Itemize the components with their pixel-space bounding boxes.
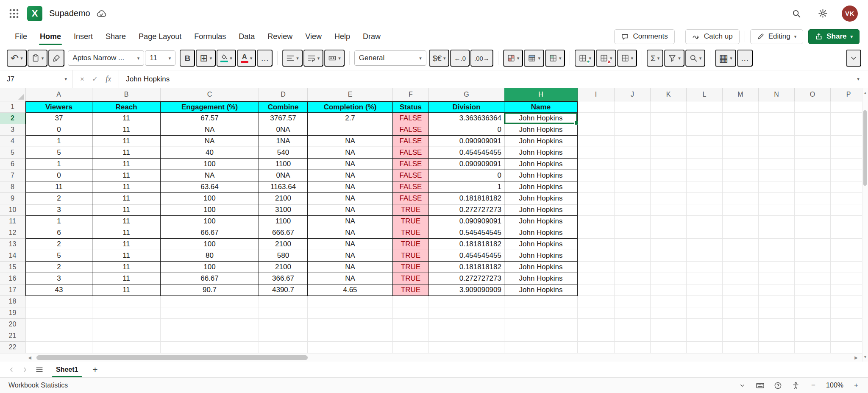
cell-L15[interactable]: [687, 262, 723, 273]
keyboard-icon[interactable]: [752, 379, 768, 392]
cell-N14[interactable]: [759, 250, 795, 262]
cell-D4[interactable]: 1NA: [259, 136, 308, 147]
cell-E17[interactable]: 4.65: [308, 284, 393, 296]
column-header-A[interactable]: A: [25, 88, 92, 101]
cell-G8[interactable]: 1: [429, 181, 504, 193]
cell-G14[interactable]: 0.454545455: [429, 250, 504, 262]
name-box[interactable]: J7 ▾: [0, 70, 72, 88]
cell-N20[interactable]: [759, 319, 795, 330]
row-header-12[interactable]: 12: [0, 227, 25, 239]
cell-B22[interactable]: [92, 342, 161, 353]
cell-M15[interactable]: [723, 262, 759, 273]
cell-F9[interactable]: FALSE: [393, 193, 429, 204]
cell-M6[interactable]: [723, 159, 759, 170]
cell-L6[interactable]: [687, 159, 723, 170]
cell-E16[interactable]: NA: [308, 273, 393, 284]
cell-N17[interactable]: [759, 284, 795, 296]
cell-B8[interactable]: 11: [92, 181, 161, 193]
cell-O22[interactable]: [795, 342, 831, 353]
menu-insert[interactable]: Insert: [67, 27, 99, 46]
cell-G11[interactable]: 0.090909091: [429, 216, 504, 227]
cell-A13[interactable]: 2: [25, 239, 92, 250]
cell-O17[interactable]: [795, 284, 831, 296]
cell-E10[interactable]: NA: [308, 204, 393, 216]
cell-I4[interactable]: [578, 136, 615, 147]
cell-G20[interactable]: [429, 319, 504, 330]
cell-D22[interactable]: [259, 342, 308, 353]
cell-H21[interactable]: [504, 330, 578, 342]
cell-N5[interactable]: [759, 147, 795, 159]
cell-O20[interactable]: [795, 319, 831, 330]
cell-O7[interactable]: [795, 170, 831, 181]
row-header-13[interactable]: 13: [0, 239, 25, 250]
cell-L9[interactable]: [687, 193, 723, 204]
cell-C1[interactable]: Engagement (%): [161, 101, 259, 113]
menu-home[interactable]: Home: [33, 27, 67, 46]
cell-P3[interactable]: [831, 124, 862, 136]
cell-A8[interactable]: 11: [25, 181, 92, 193]
cell-G3[interactable]: 0: [429, 124, 504, 136]
delete-cells-button[interactable]: × ▾: [596, 50, 616, 67]
cell-I17[interactable]: [578, 284, 615, 296]
row-header-22[interactable]: 22: [0, 342, 25, 353]
sheet-list-icon[interactable]: [32, 363, 47, 376]
cell-D14[interactable]: 580: [259, 250, 308, 262]
cell-A18[interactable]: [25, 296, 92, 307]
cell-O5[interactable]: [795, 147, 831, 159]
cell-P16[interactable]: [831, 273, 862, 284]
menu-share[interactable]: Share: [99, 27, 132, 46]
column-header-H[interactable]: H: [504, 88, 578, 101]
cell-P13[interactable]: [831, 239, 862, 250]
cell-K17[interactable]: [651, 284, 687, 296]
column-header-P[interactable]: P: [831, 88, 862, 101]
cell-M14[interactable]: [723, 250, 759, 262]
formula-input[interactable]: John Hopkins: [119, 70, 849, 88]
cell-P21[interactable]: [831, 330, 862, 342]
format-cells-button[interactable]: ▾: [617, 50, 637, 67]
cell-E15[interactable]: NA: [308, 262, 393, 273]
cell-L7[interactable]: [687, 170, 723, 181]
settings-gear-icon[interactable]: [815, 6, 830, 21]
fill-color-button[interactable]: ▾: [217, 50, 236, 67]
row-header-9[interactable]: 9: [0, 193, 25, 204]
cell-H15[interactable]: John Hopkins: [504, 262, 578, 273]
font-color-button[interactable]: A ▾: [237, 50, 256, 67]
cell-H7[interactable]: John Hopkins: [504, 170, 578, 181]
cell-O19[interactable]: [795, 307, 831, 319]
row-header-20[interactable]: 20: [0, 319, 25, 330]
help-icon[interactable]: [770, 379, 785, 392]
cell-C5[interactable]: 40: [161, 147, 259, 159]
cell-L8[interactable]: [687, 181, 723, 193]
cell-N19[interactable]: [759, 307, 795, 319]
cell-H12[interactable]: John Hopkins: [504, 227, 578, 239]
cell-P12[interactable]: [831, 227, 862, 239]
cell-L14[interactable]: [687, 250, 723, 262]
cell-D5[interactable]: 540: [259, 147, 308, 159]
cell-C7[interactable]: NA: [161, 170, 259, 181]
font-more-button[interactable]: …: [257, 50, 273, 67]
cell-C3[interactable]: NA: [161, 124, 259, 136]
column-header-K[interactable]: K: [651, 88, 687, 101]
cell-A22[interactable]: [25, 342, 92, 353]
cell-B12[interactable]: 11: [92, 227, 161, 239]
cell-B20[interactable]: [92, 319, 161, 330]
cell-P20[interactable]: [831, 319, 862, 330]
cell-O2[interactable]: [795, 113, 831, 124]
cell-L12[interactable]: [687, 227, 723, 239]
menu-help[interactable]: Help: [328, 27, 356, 46]
vertical-scroll-thumb[interactable]: [863, 110, 867, 186]
cell-K16[interactable]: [651, 273, 687, 284]
cell-J21[interactable]: [615, 330, 651, 342]
format-painter-button[interactable]: [48, 50, 64, 67]
cell-B4[interactable]: 11: [92, 136, 161, 147]
cell-L3[interactable]: [687, 124, 723, 136]
cell-L18[interactable]: [687, 296, 723, 307]
cell-H18[interactable]: [504, 296, 578, 307]
share-button[interactable]: Share ▾: [808, 29, 860, 44]
number-format-select[interactable]: General ▾: [354, 50, 426, 66]
cell-I19[interactable]: [578, 307, 615, 319]
row-header-19[interactable]: 19: [0, 307, 25, 319]
cell-M2[interactable]: [723, 113, 759, 124]
comments-button[interactable]: Comments: [614, 29, 674, 44]
font-name-select[interactable]: Aptos Narrow ... ▾: [68, 50, 144, 66]
